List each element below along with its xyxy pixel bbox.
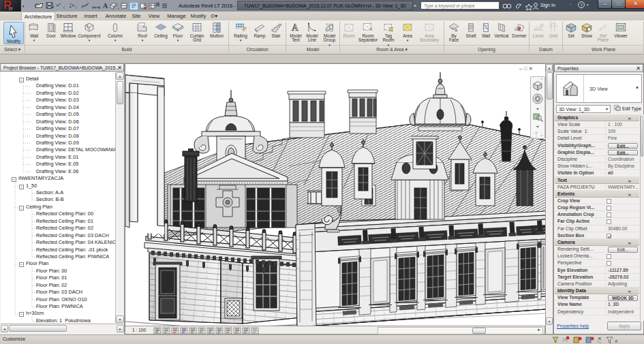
svg-text:A: A xyxy=(103,2,108,10)
svg-text::0: :0 xyxy=(614,339,618,343)
svg-text:A: A xyxy=(292,22,298,33)
